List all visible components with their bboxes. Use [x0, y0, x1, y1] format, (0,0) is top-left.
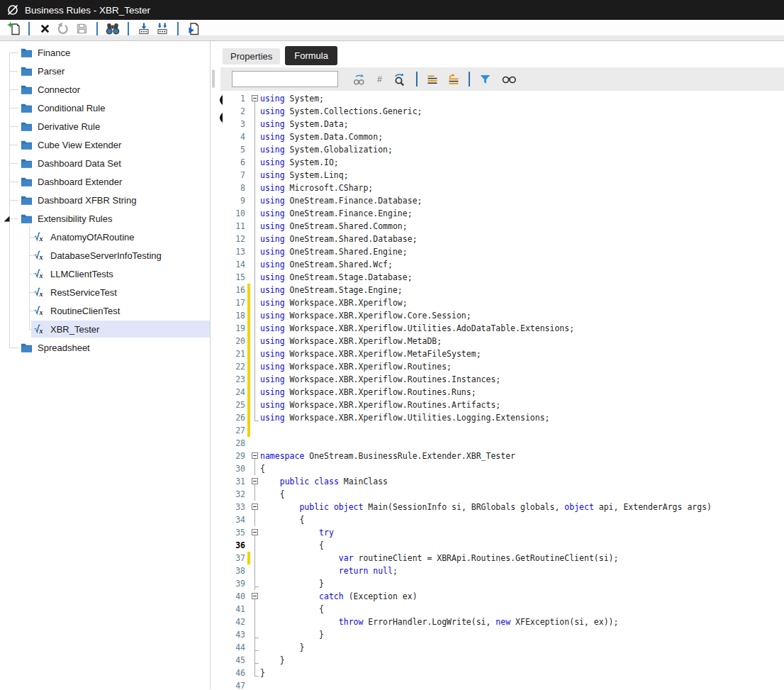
code-line-31[interactable]: 31 public class MainClass — [220, 475, 784, 488]
tree-item-RoutineClienTest[interactable]: xRoutineClienTest — [0, 301, 210, 320]
code-line-14[interactable]: 14using OneStream.Shared.Wcf; — [220, 258, 784, 271]
code-line-35[interactable]: 35 try — [220, 526, 784, 539]
export-rule-button[interactable] — [184, 19, 203, 38]
fold-minus-icon[interactable] — [252, 478, 258, 484]
new-document-button[interactable] — [4, 19, 23, 38]
code-line-44[interactable]: 44 } — [220, 641, 784, 654]
tree-item-AnatomyOfARoutine[interactable]: xAnatomyOfARoutine — [0, 228, 210, 246]
code-line-33[interactable]: 33 public object Main(SessionInfo si, BR… — [220, 501, 784, 513]
code-line-3[interactable]: 3using System.Data; — [220, 118, 784, 130]
code-line-22[interactable]: 22using Workspace.XBR.Xperiflow.Routines… — [220, 360, 784, 373]
find-binoculars-button[interactable] — [103, 19, 122, 38]
code-line-27[interactable]: 27 — [220, 424, 784, 437]
find-replace-button[interactable] — [387, 71, 412, 88]
tree-item-Derivative Rule[interactable]: Derivative Rule — [0, 117, 210, 135]
fold-minus-icon[interactable] — [252, 529, 258, 535]
tree-item-Conditional Rule[interactable]: Conditional Rule — [0, 99, 210, 117]
panel-splitter[interactable] — [211, 41, 220, 689]
fold-collapse-control[interactable] — [250, 526, 260, 539]
code-line-26[interactable]: 26using Workspace.XBR.Xperiflow.Utilitie… — [220, 411, 784, 424]
fold-collapse-control[interactable] — [250, 450, 260, 462]
tree-item-Connector[interactable]: Connector — [0, 80, 210, 99]
code-line-2[interactable]: 2using System.Collections.Generic; — [220, 105, 784, 118]
tree-item-Spreadsheet[interactable]: Spreadsheet — [0, 338, 210, 357]
find-input[interactable] — [232, 71, 338, 87]
tab-formula[interactable]: Formula — [285, 46, 337, 65]
undo-button[interactable] — [54, 19, 72, 38]
import-all-rules-button[interactable] — [153, 19, 172, 38]
code-line-43[interactable]: 43 } — [220, 628, 784, 641]
code-line-16[interactable]: 16using OneStream.Stage.Engine; — [220, 284, 784, 296]
fold-collapse-control[interactable] — [250, 501, 260, 513]
tree-item-Finance[interactable]: Finance — [0, 43, 210, 62]
code-line-39[interactable]: 39 } — [220, 577, 784, 590]
fold-minus-icon[interactable] — [252, 452, 258, 459]
code-line-12[interactable]: 12using OneStream.Shared.Database; — [220, 233, 784, 245]
code-line-46[interactable]: 46} — [220, 667, 784, 679]
expander-icon[interactable] — [4, 216, 10, 222]
code-line-25[interactable]: 25using Workspace.XBR.Xperiflow.Routines… — [220, 399, 784, 411]
filter-button[interactable] — [474, 71, 496, 88]
code-line-19[interactable]: 19using Workspace.XBR.Xperiflow.Utilitie… — [220, 322, 784, 335]
save-button[interactable] — [72, 19, 91, 38]
fold-minus-icon[interactable] — [252, 95, 258, 101]
code-line-17[interactable]: 17using Workspace.XBR.Xperiflow; — [220, 296, 784, 309]
code-line-15[interactable]: 15using OneStream.Stage.Database; — [220, 271, 784, 284]
code-line-1[interactable]: 1using System; — [220, 92, 784, 105]
tree-item-LLMClientTests[interactable]: xLLMClientTests — [0, 265, 210, 283]
code-line-9[interactable]: 9using OneStream.Finance.Database; — [220, 194, 784, 207]
tree-item-XBR_Tester[interactable]: xXBR_Tester — [0, 320, 210, 338]
code-line-30[interactable]: 30{ — [220, 462, 784, 475]
code-line-21[interactable]: 21using Workspace.XBR.Xperiflow.MetaFile… — [220, 347, 784, 360]
code-line-47[interactable]: 47 — [220, 679, 784, 689]
splitter-grip[interactable] — [212, 69, 215, 88]
line-number-button[interactable]: # — [372, 71, 387, 88]
code-line-6[interactable]: 6using System.IO; — [220, 156, 784, 169]
fold-collapse-control[interactable] — [250, 590, 260, 603]
code-line-36[interactable]: 36 { — [220, 539, 784, 552]
fold-collapse-control[interactable] — [250, 92, 260, 105]
code-line-13[interactable]: 13using OneStream.Shared.Engine; — [220, 245, 784, 258]
code-editor[interactable]: 1using System;2using System.Collections.… — [220, 91, 784, 689]
code-line-11[interactable]: 11using OneStream.Shared.Common; — [220, 220, 784, 233]
code-line-24[interactable]: 24using Workspace.XBR.Xperiflow.Routines… — [220, 386, 784, 399]
tree-item-Dashboard Extender[interactable]: Dashboard Extender — [0, 172, 210, 191]
import-rule-button[interactable] — [135, 19, 153, 38]
splitter-collapse-icon[interactable] — [217, 113, 223, 123]
code-line-28[interactable]: 28 — [220, 437, 784, 450]
code-line-37[interactable]: 37 var routineClient = XBRApi.Routines.G… — [220, 552, 784, 564]
fold-minus-icon[interactable] — [252, 593, 258, 599]
tree-item-Parser[interactable]: Parser — [0, 62, 210, 80]
code-line-45[interactable]: 45 } — [220, 654, 784, 667]
tree-item-Dashboard Data Set[interactable]: Dashboard Data Set — [0, 154, 210, 172]
code-line-4[interactable]: 4using System.Data.Common; — [220, 130, 784, 143]
fold-collapse-control[interactable] — [250, 475, 260, 488]
code-line-34[interactable]: 34 { — [220, 513, 784, 526]
code-line-23[interactable]: 23using Workspace.XBR.Xperiflow.Routines… — [220, 373, 784, 386]
tree-item-Cube View Extender[interactable]: Cube View Extender — [0, 135, 210, 154]
code-line-41[interactable]: 41 { — [220, 603, 784, 616]
code-line-29[interactable]: 29namespace OneStream.BusinessRule.Exten… — [220, 450, 784, 462]
tree-item-DatabaseServerInfoTesting[interactable]: xDatabaseServerInfoTesting — [0, 246, 210, 265]
code-line-38[interactable]: 38 return null; — [220, 564, 784, 577]
find-next-button[interactable] — [347, 71, 372, 88]
tree-item-RestServiceTest[interactable]: xRestServiceTest — [0, 283, 210, 301]
view-glasses-button[interactable] — [496, 71, 522, 88]
format-outdent-button[interactable] — [443, 71, 464, 88]
tree-item-Extensibility Rules[interactable]: Extensibility Rules — [0, 209, 210, 228]
format-indent-button[interactable] — [422, 71, 443, 88]
code-line-40[interactable]: 40 catch (Exception ex) — [220, 590, 784, 603]
code-line-20[interactable]: 20using Workspace.XBR.Xperiflow.MetaDB; — [220, 335, 784, 347]
tree-item-Dashboard XFBR String[interactable]: Dashboard XFBR String — [0, 191, 210, 209]
code-line-32[interactable]: 32 { — [220, 488, 784, 501]
code-line-8[interactable]: 8using Microsoft.CSharp; — [220, 182, 784, 194]
tab-properties[interactable]: Properties — [223, 48, 280, 65]
code-line-10[interactable]: 10using OneStream.Finance.Engine; — [220, 207, 784, 220]
fold-minus-icon[interactable] — [252, 503, 258, 510]
code-line-42[interactable]: 42 throw ErrorHandler.LogWrite(si, new X… — [220, 616, 784, 628]
code-line-18[interactable]: 18using Workspace.XBR.Xperiflow.Core.Ses… — [220, 309, 784, 322]
code-line-5[interactable]: 5using System.Globalization; — [220, 143, 784, 156]
splitter-collapse-icon[interactable] — [217, 95, 223, 105]
delete-button[interactable] — [35, 19, 54, 38]
code-line-7[interactable]: 7using System.Linq; — [220, 169, 784, 182]
